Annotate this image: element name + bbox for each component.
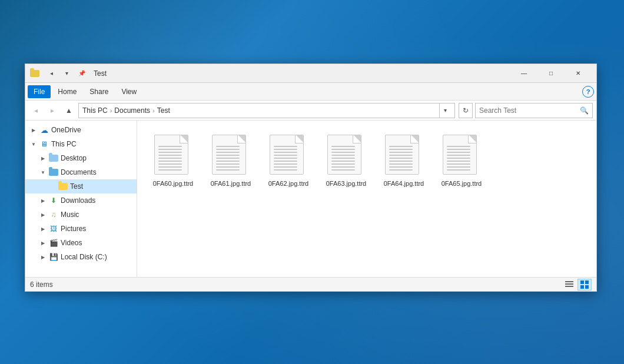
breadcrumb-documents[interactable]: Documents: [114, 106, 150, 115]
details-view-btn[interactable]: [562, 279, 576, 290]
search-input[interactable]: [479, 106, 577, 115]
sidebar-label-test: Test: [70, 182, 83, 191]
window-controls: — □ ✕: [510, 64, 592, 83]
sidebar-item-documents[interactable]: ▼ Documents: [25, 165, 137, 179]
sidebar-label-thispc: This PC: [51, 140, 77, 148]
status-bar: 6 items: [25, 277, 596, 291]
quick-access-back[interactable]: ◂: [44, 68, 58, 79]
svg-rect-2: [565, 286, 573, 287]
file-item-2[interactable]: 0FA62.jpg.ttrd: [262, 130, 315, 192]
sidebar-label-documents: Documents: [61, 168, 97, 176]
breadcrumb-sep1: ›: [110, 107, 112, 114]
sidebar-item-local-disk[interactable]: ▶ 💾 Local Disk (C:): [25, 250, 137, 264]
file-icon-5: [443, 135, 480, 177]
address-dropdown-btn[interactable]: ▾: [439, 103, 451, 118]
svg-rect-1: [565, 283, 573, 285]
file-name-5: 0FA65.jpg.ttrd: [442, 179, 482, 188]
menu-home[interactable]: Home: [52, 85, 82, 98]
sidebar-item-music[interactable]: ▶ ♫ Music: [25, 208, 137, 222]
videos-icon: 🎬: [49, 239, 58, 247]
expand-music[interactable]: ▶: [39, 211, 47, 218]
file-icon-3: [327, 135, 365, 177]
breadcrumb-sep2: ›: [152, 107, 155, 114]
details-view-icon: [565, 280, 573, 289]
menu-file[interactable]: File: [28, 85, 51, 98]
quick-access-pin[interactable]: 📌: [75, 68, 89, 79]
file-name-0: 0FA60.jpg.ttrd: [153, 179, 194, 188]
large-icons-view-btn[interactable]: [577, 279, 592, 290]
nav-up-button[interactable]: ▲: [62, 103, 76, 118]
svg-rect-3: [580, 280, 584, 284]
file-item-4[interactable]: 0FA64.jpg.ttrd: [377, 130, 430, 192]
view-buttons: [562, 279, 592, 290]
expand-local-disk[interactable]: ▶: [39, 253, 47, 261]
refresh-button[interactable]: ↻: [459, 103, 473, 118]
sidebar-item-thispc[interactable]: ▼ 🖥 This PC: [25, 137, 137, 151]
file-name-2: 0FA62.jpg.ttrd: [268, 179, 309, 188]
file-name-1: 0FA61.jpg.ttrd: [211, 179, 251, 188]
close-button[interactable]: ✕: [565, 64, 592, 83]
svg-rect-5: [580, 285, 584, 289]
minimize-button[interactable]: —: [510, 64, 537, 83]
downloads-icon: ⬇: [49, 196, 58, 205]
window-folder-icon: [30, 69, 39, 78]
sidebar-item-pictures[interactable]: ▶ 🖼 Pictures: [25, 222, 137, 236]
item-count: 6 items: [30, 280, 53, 289]
file-icon-2: [270, 135, 307, 177]
menu-bar: File Home Share View ?: [25, 83, 596, 101]
help-button[interactable]: ?: [582, 86, 594, 98]
sidebar-item-onedrive[interactable]: ▶ ☁ OneDrive: [25, 123, 137, 137]
expand-documents[interactable]: ▼: [39, 169, 47, 176]
sidebar-item-videos[interactable]: ▶ 🎬 Videos: [25, 236, 137, 250]
menu-view[interactable]: View: [115, 85, 142, 98]
file-icon-0: [154, 135, 192, 177]
maximize-button[interactable]: □: [537, 64, 565, 83]
expand-thispc[interactable]: ▼: [30, 141, 37, 148]
sidebar-item-desktop[interactable]: ▶ Desktop: [25, 151, 137, 165]
svg-rect-6: [585, 285, 589, 289]
file-icon-4: [385, 135, 423, 177]
file-item-5[interactable]: 0FA65.jpg.ttrd: [435, 130, 488, 192]
address-toolbar: ◂ ▸ ▲ This PC › Documents › Test ▾ ↻ 🔍: [25, 101, 596, 121]
search-bar[interactable]: 🔍: [475, 103, 593, 118]
title-bar: ◂ ▾ 📌 Test — □ ✕: [25, 64, 596, 83]
sidebar-label-onedrive: OneDrive: [51, 126, 81, 134]
pc-icon: 🖥: [39, 140, 49, 148]
file-content-area: 0FA60.jpg.ttrd: [137, 121, 596, 277]
sidebar-label-desktop: Desktop: [61, 154, 87, 162]
file-item-0[interactable]: 0FA60.jpg.ttrd: [147, 130, 200, 192]
cloud-icon: ☁: [39, 126, 49, 134]
file-icon-1: [212, 135, 250, 177]
file-item-1[interactable]: 0FA61.jpg.ttrd: [204, 130, 257, 192]
music-icon: ♫: [49, 211, 58, 219]
menu-share[interactable]: Share: [84, 85, 114, 98]
sidebar-label-videos: Videos: [61, 239, 82, 247]
expand-pictures[interactable]: ▶: [39, 225, 47, 232]
nav-forward-button[interactable]: ▸: [45, 103, 59, 118]
svg-rect-4: [585, 280, 589, 284]
address-bar[interactable]: This PC › Documents › Test ▾: [78, 103, 455, 118]
svg-rect-0: [565, 281, 573, 282]
pictures-icon: 🖼: [49, 225, 58, 233]
sidebar: ▶ ☁ OneDrive ▼ 🖥 This PC ▶ Desktop ▼ Doc…: [25, 121, 137, 277]
sidebar-item-downloads[interactable]: ▶ ⬇ Downloads: [25, 193, 137, 208]
quick-access-toolbar: ◂ ▾ 📌: [44, 68, 89, 79]
sidebar-item-test[interactable]: Test: [25, 179, 137, 193]
expand-test: [49, 183, 56, 190]
nav-back-button[interactable]: ◂: [29, 103, 43, 118]
expand-onedrive[interactable]: ▶: [30, 126, 37, 133]
sidebar-label-music: Music: [61, 211, 79, 219]
main-area: ▶ ☁ OneDrive ▼ 🖥 This PC ▶ Desktop ▼ Doc…: [25, 121, 596, 277]
file-name-4: 0FA64.jpg.ttrd: [384, 179, 424, 188]
breadcrumb-thispc[interactable]: This PC: [82, 106, 108, 115]
file-item-3[interactable]: 0FA63.jpg.ttrd: [320, 130, 373, 192]
breadcrumb-test[interactable]: Test: [157, 106, 170, 115]
quick-access-dropdown[interactable]: ▾: [59, 68, 74, 79]
expand-desktop[interactable]: ▶: [39, 155, 47, 162]
test-folder-icon: [58, 183, 68, 190]
file-explorer-window: ◂ ▾ 📌 Test — □ ✕ File Home Share View ? …: [25, 64, 597, 292]
expand-downloads[interactable]: ▶: [39, 197, 47, 204]
expand-videos[interactable]: ▶: [39, 239, 47, 246]
search-icon[interactable]: 🔍: [580, 106, 589, 115]
local-disk-icon: 💾: [49, 253, 58, 261]
